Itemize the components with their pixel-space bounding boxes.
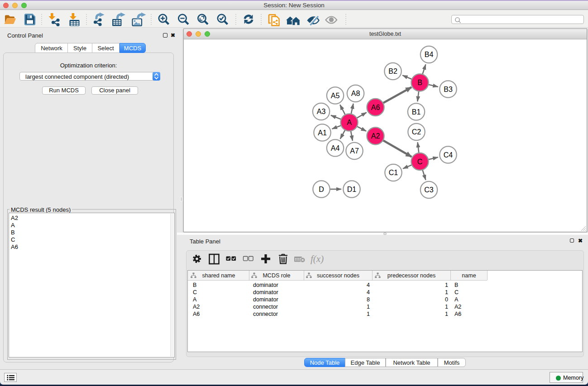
svg-text:A5: A5 — [331, 92, 340, 100]
svg-text:A4: A4 — [331, 144, 340, 152]
svg-text:D1: D1 — [347, 186, 357, 193]
svg-text:B: B — [417, 79, 422, 86]
svg-text:C3: C3 — [424, 186, 434, 194]
svg-text:C2: C2 — [412, 128, 421, 136]
svg-text:A2: A2 — [371, 132, 380, 140]
svg-text:A1: A1 — [318, 129, 327, 137]
svg-text:C4: C4 — [444, 151, 453, 159]
svg-text:A6: A6 — [371, 104, 380, 111]
svg-text:C: C — [417, 158, 423, 166]
svg-text:B1: B1 — [412, 108, 421, 116]
svg-text:D: D — [319, 186, 324, 193]
svg-text:C1: C1 — [389, 169, 398, 176]
svg-text:B3: B3 — [444, 86, 453, 93]
svg-text:A: A — [347, 119, 352, 126]
svg-text:f(x): f(x) — [311, 253, 324, 264]
svg-text:A7: A7 — [350, 147, 359, 155]
svg-text:A8: A8 — [351, 90, 360, 97]
svg-text:A3: A3 — [317, 108, 326, 115]
svg-text:B4: B4 — [425, 51, 434, 58]
svg-text:B2: B2 — [388, 67, 397, 75]
